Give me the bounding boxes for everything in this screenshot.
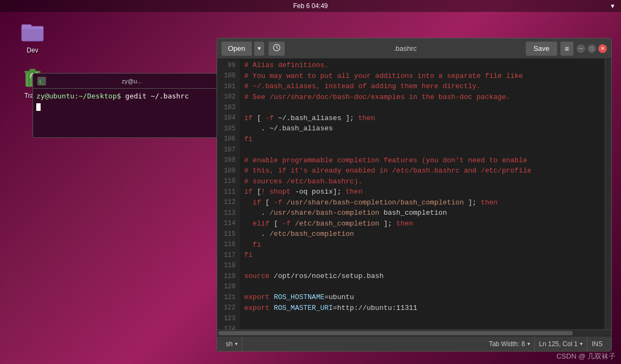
line-number: 115 — [217, 229, 236, 240]
code-line: # You may want to put all your additions… — [244, 71, 605, 82]
line-number: 119 — [217, 271, 236, 282]
terminal-titlebar: $_ zy@u... — [33, 74, 219, 89]
svg-rect-7 — [30, 69, 36, 71]
line-number: 99 — [217, 60, 236, 71]
line-number: 103 — [217, 102, 236, 113]
language-label: sh — [226, 340, 233, 348]
open-dropdown-button[interactable]: ▾ — [254, 42, 264, 56]
svg-rect-4 — [22, 27, 43, 29]
line-number: 117 — [217, 250, 236, 261]
line-number: 123 — [217, 313, 236, 324]
top-bar: Feb 6 04:49 ▼ — [0, 0, 621, 12]
desktop: Feb 6 04:49 ▼ Dev — [0, 0, 621, 364]
code-line: . /usr/share/bash-completion bash_comple… — [244, 208, 605, 219]
desktop-icon-dev[interactable]: Dev — [11, 16, 54, 56]
code-editor[interactable]: 9910010110210310410510610710810911011111… — [217, 59, 605, 329]
code-line: . /etc/bash_completion — [244, 229, 605, 240]
statusbar-position[interactable]: Ln 125, Col 1 ▾ — [535, 336, 587, 351]
maximize-button[interactable]: □ — [587, 44, 596, 53]
line-number: 104 — [217, 113, 236, 124]
position-arrow: ▾ — [580, 341, 583, 347]
hscroll-thumb[interactable] — [218, 331, 573, 335]
terminal-body[interactable]: zy@ubuntu:~/Desktop$ gedit ~/.bashrc — [33, 89, 219, 114]
line-number: 100 — [217, 71, 236, 82]
code-line: if [ -f ~/.bash_aliases ]; then — [244, 113, 605, 124]
code-line: # See /usr/share/doc/bash-doc/examples i… — [244, 92, 605, 103]
save-button[interactable]: Save — [526, 42, 557, 56]
position-label: Ln 125, Col 1 — [539, 340, 578, 348]
code-line: # this, if it's already enabled in /etc/… — [244, 166, 605, 176]
line-number: 112 — [217, 197, 236, 208]
code-line: if [ -f /usr/share/bash-completion/bash_… — [244, 197, 605, 208]
tabwidth-arrow: ▾ — [527, 341, 530, 347]
tab-width-label: Tab Width: 8 — [489, 340, 525, 348]
line-number: 101 — [217, 81, 236, 92]
terminal-command: gedit ~/.bashrc — [121, 92, 189, 100]
line-number: 102 — [217, 92, 236, 103]
line-number: 122 — [217, 303, 236, 314]
statusbar-lang[interactable]: sh ▾ — [221, 336, 243, 351]
system-indicator: ▼ — [610, 3, 616, 9]
folder-icon — [19, 18, 45, 44]
line-number: 116 — [217, 240, 236, 250]
code-line: fi — [244, 134, 605, 145]
close-button[interactable]: ✕ — [598, 44, 607, 53]
terminal-titlebar-icon: $_ — [37, 77, 46, 85]
svg-text:$_: $_ — [39, 79, 45, 84]
line-number: 113 — [217, 208, 236, 219]
code-line — [244, 324, 605, 330]
line-numbers: 9910010110210310410510610710810911011111… — [217, 59, 240, 329]
code-line: export ROS_HOSTNAME=ubuntu — [244, 292, 605, 303]
recent-files-button[interactable] — [269, 42, 285, 56]
code-line: if [! shopt -oq posix]; then — [244, 187, 605, 197]
code-line: source /opt/ros/noetic/setup.bash — [244, 271, 605, 282]
code-line — [244, 102, 605, 113]
gedit-menu-button[interactable]: ≡ — [560, 42, 573, 56]
code-line: fi — [244, 250, 605, 261]
terminal-window: $_ zy@u... zy@ubuntu:~/Desktop$ gedit ~/… — [32, 73, 219, 138]
gedit-window: Open ▾ .bashrc Save ≡ ─ □ ✕ — [217, 38, 612, 352]
line-number: 114 — [217, 219, 236, 229]
terminal-cursor — [36, 103, 41, 111]
gedit-file-title: .bashrc — [285, 44, 526, 52]
code-line: # enable programmable completion feature… — [244, 155, 605, 166]
horizontal-scrollbar[interactable] — [217, 329, 611, 336]
gedit-open-group: Open ▾ — [221, 42, 285, 56]
line-number: 108 — [217, 155, 236, 166]
dev-icon-label: Dev — [27, 47, 38, 54]
terminal-title: zy@u... — [49, 78, 214, 84]
code-content: # Alias definitions.# You may want to pu… — [240, 59, 605, 329]
watermark: CSDN @ 几双袜子 — [557, 352, 616, 361]
code-line — [244, 313, 605, 324]
recent-files-icon — [273, 44, 280, 51]
code-line: export ROS_MASTER_URI=http://ubuntu:1131… — [244, 303, 605, 314]
statusbar-tabwidth[interactable]: Tab Width: 8 ▾ — [485, 336, 535, 351]
gedit-titlebar: Open ▾ .bashrc Save ≡ ─ □ ✕ — [217, 38, 611, 59]
lang-arrow: ▾ — [235, 341, 238, 347]
code-line: # ~/.bash_aliases, instead of adding the… — [244, 81, 605, 92]
line-number: 105 — [217, 123, 236, 134]
code-line: . ~/.bash_aliases — [244, 123, 605, 134]
gedit-statusbar: sh ▾ Tab Width: 8 ▾ Ln 125, Col 1 ▾ INS — [217, 336, 611, 351]
line-number: 109 — [217, 166, 236, 176]
minimize-button[interactable]: ─ — [577, 44, 585, 53]
line-number: 111 — [217, 187, 236, 197]
line-number: 124 — [217, 324, 236, 330]
code-line — [244, 282, 605, 293]
line-number: 118 — [217, 261, 236, 272]
window-controls: ─ □ ✕ — [577, 44, 607, 53]
open-button[interactable]: Open — [221, 42, 252, 56]
vertical-scrollbar[interactable] — [605, 59, 611, 329]
code-line: # sources /etc/bash.bashrc). — [244, 176, 605, 187]
line-number: 107 — [217, 144, 236, 155]
ins-label: INS — [592, 340, 603, 348]
code-line: # Alias definitions. — [244, 60, 605, 71]
code-line: fi — [244, 240, 605, 250]
datetime: Feb 6 04:49 — [293, 2, 328, 10]
gedit-content-area[interactable]: 9910010110210310410510610710810911011111… — [217, 59, 611, 329]
code-line — [244, 144, 605, 155]
line-number: 121 — [217, 292, 236, 303]
line-number: 110 — [217, 176, 236, 187]
statusbar-ins[interactable]: INS — [587, 336, 607, 351]
gedit-body: 9910010110210310410510610710810911011111… — [217, 59, 611, 336]
